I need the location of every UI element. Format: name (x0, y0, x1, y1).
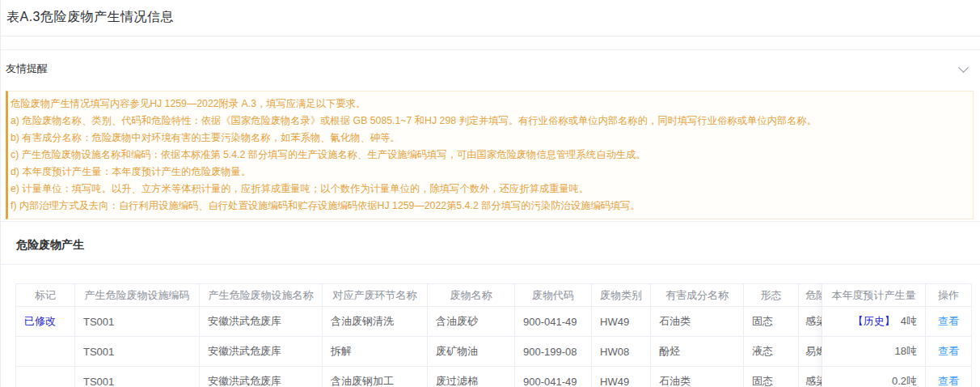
page: 表A.3危险废物产生情况信息 友情提醒 危险废物产生情况填写内容参见HJ 125… (0, 0, 980, 387)
cell-annual-amount: 18吨 (822, 337, 926, 367)
header-harmful-component: 有害成分名称 (651, 284, 744, 307)
view-link[interactable]: 查看 (938, 345, 959, 357)
cell-waste-code: 900-041-49 (515, 307, 592, 337)
cell-annual-amount: 0.2吨 (822, 367, 926, 387)
cell-process: 含油废钢加工 (323, 367, 428, 387)
cell-facility-code: TS001 (75, 367, 200, 387)
header-facility-name: 产生危险废物设施名称 (200, 284, 323, 307)
reminder-title: 友情提醒 (6, 62, 48, 76)
fixed-header-row: 本年度预计产生量 操作 (822, 284, 972, 307)
notice-line: b) 有害成分名称：危险废物中对环境有害的主要污染物名称，如苯系物、氰化物、砷等… (11, 130, 966, 147)
cell-facility-name: 安徽洪武危废库 (200, 337, 323, 367)
cell-waste-category: HW49 (592, 367, 651, 387)
header-form: 形态 (744, 284, 799, 307)
cell-waste-category: HW49 (592, 307, 651, 337)
cell-facility-name: 安徽洪武危废库 (200, 367, 323, 387)
notice-box: 危险废物产生情况填写内容参见HJ 1259—2022附录 A.3，填写应满足以下… (6, 91, 974, 219)
modified-badge: 已修改 (24, 315, 56, 327)
table-row: 18吨 查看 (822, 337, 972, 367)
header-facility-code: 产生危险废物设施编码 (75, 284, 200, 307)
table-row: 【历史】4吨 查看 (822, 307, 972, 337)
fixed-right-panel: 本年度预计产生量 操作 【历史】4吨 查看 18吨 查看 0.2吨 查看 (822, 283, 971, 387)
amount-value: 0.2吨 (892, 375, 917, 387)
cell-facility-code: TS001 (75, 307, 200, 337)
chevron-down-icon[interactable] (958, 62, 969, 73)
cell-form: 液态 (744, 337, 799, 367)
notice-line: e) 计量单位：填写吨。以升、立方米等体积计量的，应折算成重量吨；以个数作为计量… (11, 181, 966, 198)
cell-waste-name: 含油废砂 (428, 307, 515, 337)
header-mark: 标记 (16, 284, 75, 307)
cell-facility-code: TS001 (75, 337, 200, 367)
notice-line: c) 产生危险废物设施名称和编码：依据本标准第 5.4.2 部分填写的生产设施名… (11, 147, 966, 164)
amount-value: 18吨 (895, 345, 917, 357)
notice-line: a) 危险废物名称、类别、代码和危险特性：依据《国家危险废物名录》或根据 GB … (11, 113, 966, 130)
history-tag[interactable]: 【历史】 (853, 315, 895, 327)
reminder-collapse-bar[interactable]: 友情提醒 (1, 49, 980, 87)
section-header: 危险废物产生 (1, 222, 980, 265)
cell-waste-name: 废矿物油 (428, 337, 515, 367)
cell-annual-amount: 【历史】4吨 (822, 307, 926, 337)
cell-form: 固态 (744, 307, 799, 337)
amount-value: 4吨 (901, 315, 917, 327)
waste-table-area: 标记 产生危险废物设施编码 产生危险废物设施名称 对应产废环节名称 废物名称 废… (15, 283, 971, 387)
notice-line: d) 本年度预计产生量：本年度预计产生的危险废物量。 (11, 164, 966, 181)
cell-harmful-component: 石油类 (651, 367, 744, 387)
notice-line: f) 内部治理方式及去向：自行利用设施编码、自行处置设施编码和贮存设施编码依据H… (11, 198, 966, 215)
section-title: 危险废物产生 (16, 238, 84, 251)
header-waste-code: 废物代码 (515, 284, 592, 307)
table-row: 0.2吨 查看 (822, 367, 972, 387)
cell-harmful-component: 石油类 (651, 307, 744, 337)
header-annual-amount: 本年度预计产生量 (822, 284, 926, 307)
header-process: 对应产废环节名称 (323, 284, 428, 307)
page-title: 表A.3危险废物产生情况信息 (6, 9, 980, 26)
cell-waste-name: 废过滤棉 (428, 367, 515, 387)
cell-harmful-component: 酚烃 (651, 337, 744, 367)
view-link[interactable]: 查看 (938, 315, 959, 327)
view-link[interactable]: 查看 (938, 375, 959, 387)
header-action: 操作 (926, 284, 972, 307)
page-header: 表A.3危险废物产生情况信息 (1, 0, 980, 36)
cell-facility-name: 安徽洪武危废库 (200, 307, 323, 337)
cell-process: 含油废钢清洗 (323, 307, 428, 337)
cell-waste-category: HW08 (592, 337, 651, 367)
cell-form: 固态 (744, 367, 799, 387)
cell-waste-code: 900-199-08 (515, 337, 592, 367)
notice-line: 危险废物产生情况填写内容参见HJ 1259—2022附录 A.3，填写应满足以下… (11, 96, 966, 113)
cell-process: 拆解 (323, 337, 428, 367)
cell-waste-code: 900-041-49 (515, 367, 592, 387)
header-waste-name: 废物名称 (428, 284, 515, 307)
header-gap (1, 36, 980, 49)
header-waste-category: 废物类别 (592, 284, 651, 307)
